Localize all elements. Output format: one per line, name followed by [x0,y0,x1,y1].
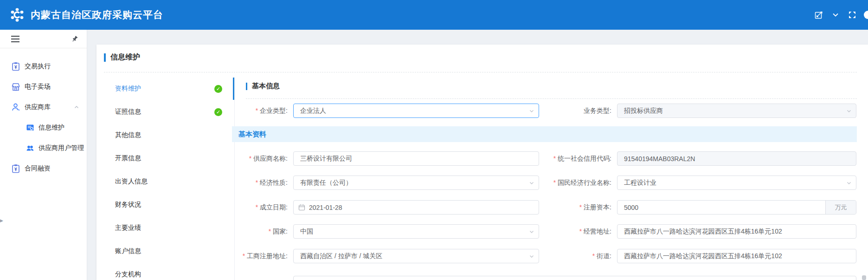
industry-name-select[interactable]: 工程设计业 [617,176,856,190]
registered-address-cascader[interactable]: 西藏自治区 / 拉萨市 / 城关区 [293,249,539,263]
industry-name-label: 国民经济行业名称: [534,179,611,187]
chevron-up-icon [74,104,79,110]
avatar[interactable] [864,11,868,19]
street-input[interactable] [617,249,856,263]
page-title: 信息维护 [110,52,140,62]
divider [104,72,857,72]
business-address-input[interactable] [617,224,856,239]
tab-finance-status[interactable]: 财务状况 [115,201,208,210]
app-header: 内蒙古自治区政府采购云平台 [0,0,868,30]
content-card: 信息维护 资料维护 证照信息 其他信息 开票信息 出资人信息 财务状况 主要业绩… [96,45,868,280]
sidebar-item-trade[interactable]: 交易执行 [0,56,87,77]
divider [246,98,857,99]
subsection-title: 基本资料 [232,126,857,142]
sidebar-item-label: 信息维护 [39,124,64,132]
tab-invoice-info[interactable]: 开票信息 [115,154,208,163]
form-row: 工商注册地址: 西藏自治区 / 拉萨市 / 城关区 [199,249,539,263]
sidebar-item-label: 合同融资 [25,164,51,173]
platform-logo-icon [9,7,25,23]
tab-other-info[interactable]: 其他信息 [115,131,208,140]
credit-code-label: 统一社会信用代码: [534,155,611,163]
economic-nature-label: 经济性质: [199,179,288,187]
registered-capital-input[interactable]: 万元 [617,200,856,215]
form-row: 国民经济行业名称: 工程设计业 [534,176,856,190]
form-row: 经济性质: 有限责任（公司） [199,176,539,190]
pin-icon[interactable] [71,35,78,43]
check-complete-icon: ✓ [214,85,222,93]
form-row: 业务类型: 招投标供应商 [534,104,856,118]
bottom-field-box[interactable] [293,276,856,280]
sidebar-item-label: 供应商库 [25,103,51,111]
credit-code-input[interactable] [617,151,856,166]
sidebar-item-label: 交易执行 [25,62,51,71]
sidebar: 交易执行 电子卖场 供应商库 [0,30,87,280]
title-accent-bar [104,53,106,62]
section-accent-bar [246,83,247,90]
app-title: 内蒙古自治区政府采购云平台 [31,8,163,21]
country-select[interactable]: 中国 [293,224,539,239]
active-tab-indicator [233,78,234,100]
chevron-down-icon [846,180,852,186]
chevron-down-icon [846,108,852,114]
enterprise-type-select[interactable]: 企业法人 [293,104,539,118]
form-row: 统一社会信用代码: [534,151,856,166]
doc-search-icon [26,124,34,132]
enterprise-type-label: 企业类型: [199,107,288,115]
registered-address-label: 工商注册地址: [199,252,288,260]
sidebar-item-label: 电子卖场 [25,83,51,91]
form-row: 经营地址: [534,224,856,239]
business-type-select[interactable]: 招投标供应商 [617,104,856,118]
users-icon [26,144,34,152]
sidebar-item-supplier-users[interactable]: 供应商用户管理 [0,138,87,158]
business-type-label: 业务类型: [534,107,611,115]
header-actions [814,0,868,30]
menu-toggle-icon[interactable] [11,36,19,42]
sidebar-item-contract-finance[interactable]: 合同融资 [0,158,87,179]
page-title-row: 信息维护 [104,52,140,62]
registered-capital-label: 注册资本: [534,203,611,212]
switch-screen-icon[interactable] [814,10,824,20]
clipboard-yen-icon [11,164,20,173]
form-row: 企业类型: 企业法人 [199,104,539,118]
scrollbar-thumb[interactable] [862,275,866,280]
street-label: 街道: [534,252,611,260]
clipboard-yen-icon [11,62,20,71]
section-head: 基本信息 [246,82,280,91]
chevron-down-icon[interactable] [830,10,841,20]
tab-branch-org[interactable]: 分支机构 [115,270,208,280]
section-title: 基本信息 [252,82,280,91]
sidebar-item-info-maintain[interactable]: 信息维护 [0,117,87,138]
country-label: 国家: [199,228,288,236]
economic-nature-select[interactable]: 有限责任（公司） [293,176,539,190]
tab-data-maintain[interactable]: 资料维护 [115,85,208,94]
form-row: 成立日期: 2021-01-28 [199,200,539,215]
sidebar-top-bar [0,30,87,48]
supplier-name-label: 供应商名称: [199,155,288,163]
sidebar-item-mall[interactable]: 电子卖场 [0,77,87,97]
form-row: 街道: [534,249,856,263]
establish-date-picker[interactable]: 2021-01-28 [293,200,539,215]
business-address-label: 经营地址: [534,228,611,236]
tab-major-results[interactable]: 主要业绩 [115,224,208,233]
tab-license-info[interactable]: 证照信息 [115,108,208,117]
establish-date-label: 成立日期: [199,203,288,212]
storefront-icon [11,82,20,91]
fullscreen-icon[interactable] [847,10,857,20]
tab-investor-info[interactable]: 出资人信息 [115,177,208,187]
user-icon [11,103,20,112]
tab-account-info[interactable]: 账户信息 [115,247,208,256]
sidebar-item-supplier-lib[interactable]: 供应商库 [0,97,87,117]
supplier-name-input[interactable] [293,151,539,166]
calendar-icon [298,204,305,211]
app-window: 内蒙古自治区政府采购云平台 [0,0,868,280]
chevron-down-icon [74,145,79,151]
capital-unit-suffix: 万元 [825,201,856,214]
form-row: 国家: 中国 [199,224,539,239]
form-row: 注册资本: 万元 [534,200,856,215]
sidebar-collapse-handle[interactable]: ▶ [0,217,3,224]
form-row: 供应商名称: [199,151,539,166]
